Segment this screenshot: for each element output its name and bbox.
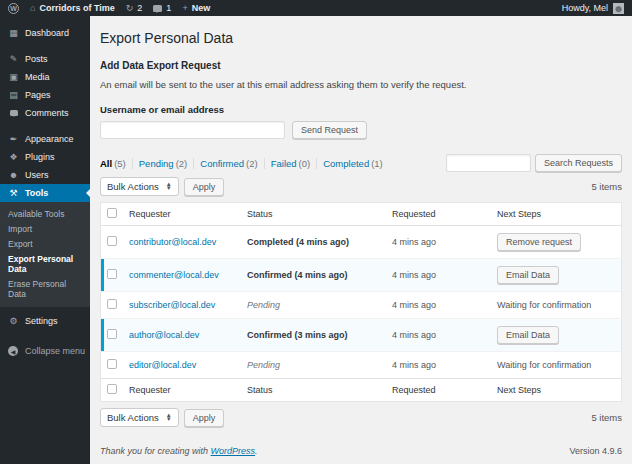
column-requested[interactable]: Requested bbox=[386, 203, 491, 226]
sidebar-item-label: Tools bbox=[25, 188, 48, 198]
howdy-text: Howdy, Mel bbox=[562, 3, 608, 13]
wordpress-logo-icon: W bbox=[8, 3, 19, 14]
table-row: subscriber@local.dev Pending 4 mins ago … bbox=[101, 292, 622, 319]
column-requester[interactable]: Requester bbox=[123, 203, 241, 226]
sidebar-item-dashboard[interactable]: ▦ Dashboard bbox=[0, 24, 90, 42]
tools-icon: ⚒ bbox=[8, 188, 19, 198]
sidebar-item-plugins[interactable]: ❖ Plugins bbox=[0, 148, 90, 166]
sidebar-item-label: Appearance bbox=[25, 134, 74, 144]
comments-menu[interactable]: 1 bbox=[153, 3, 171, 13]
sidebar-collapse-menu[interactable]: ◀ Collapse menu bbox=[0, 342, 90, 360]
requester-link[interactable]: commenter@local.dev bbox=[129, 270, 219, 280]
row-checkbox[interactable] bbox=[107, 236, 117, 246]
bulk-actions-label: Bulk Actions bbox=[107, 412, 159, 423]
admin-bar: W ⌂ Corridors of Time ↻ 2 1 + New Howdy,… bbox=[0, 0, 632, 16]
next-steps-text: Waiting for confirmation bbox=[497, 300, 591, 310]
column-requested[interactable]: Requested bbox=[386, 379, 491, 402]
sidebar-item-appearance[interactable]: ✒ Appearance bbox=[0, 130, 90, 148]
filter-completed[interactable]: Completed (1) bbox=[317, 158, 389, 169]
search-input[interactable] bbox=[446, 154, 531, 172]
select-all-checkbox[interactable] bbox=[107, 384, 117, 394]
submenu-export[interactable]: Export bbox=[0, 236, 90, 251]
new-content-menu[interactable]: + New bbox=[182, 3, 210, 13]
items-count: 5 items bbox=[591, 412, 622, 423]
account-menu[interactable]: Howdy, Mel ☻ bbox=[562, 3, 624, 14]
select-all-checkbox[interactable] bbox=[107, 208, 117, 218]
column-status: Status bbox=[241, 203, 386, 226]
row-checkbox[interactable] bbox=[107, 299, 117, 309]
email-data-button[interactable]: Email Data bbox=[497, 266, 559, 284]
updates-icon: ↻ bbox=[126, 4, 134, 13]
description-text: An email will be sent to the user at thi… bbox=[100, 79, 622, 90]
column-requester[interactable]: Requester bbox=[123, 379, 241, 402]
filter-pending[interactable]: Pending (2) bbox=[133, 158, 195, 169]
submenu-export-personal-data[interactable]: Export Personal Data bbox=[0, 251, 90, 276]
main-content: Export Personal Data Add Data Export Req… bbox=[90, 16, 632, 464]
sidebar-item-comments[interactable]: Comments bbox=[0, 104, 90, 122]
requested-text: 4 mins ago bbox=[386, 352, 491, 379]
requester-link[interactable]: contributor@local.dev bbox=[129, 237, 216, 247]
admin-sidebar: ▦ Dashboard ✎ Posts ▣ Media ▤ Pages Comm… bbox=[0, 16, 90, 464]
select-arrows-icon: ▲▼ bbox=[166, 183, 172, 190]
sidebar-item-settings[interactable]: ⚙ Settings bbox=[0, 312, 90, 330]
dashboard-icon: ▦ bbox=[8, 28, 19, 38]
table-row: author@local.dev Confirmed (3 mins ago) … bbox=[101, 319, 622, 352]
remove-request-button[interactable]: Remove request bbox=[497, 233, 581, 251]
requester-link[interactable]: subscriber@local.dev bbox=[129, 300, 215, 310]
status-text: Completed (4 mins ago) bbox=[247, 237, 349, 247]
footer-thanks: Thank you for creating with WordPress. bbox=[100, 446, 258, 456]
table-footer-row: Requester Status Requested Next Steps bbox=[101, 379, 622, 402]
table-header-row: Requester Status Requested Next Steps bbox=[101, 203, 622, 226]
comments-icon bbox=[8, 108, 19, 118]
row-checkbox[interactable] bbox=[107, 329, 117, 339]
email-data-button[interactable]: Email Data bbox=[497, 326, 559, 344]
row-checkbox[interactable] bbox=[107, 269, 117, 279]
site-name-menu[interactable]: ⌂ Corridors of Time bbox=[30, 3, 115, 13]
filter-confirmed[interactable]: Confirmed (2) bbox=[194, 158, 264, 169]
pages-icon: ▤ bbox=[8, 90, 19, 100]
submenu-import[interactable]: Import bbox=[0, 221, 90, 236]
sidebar-item-label: Posts bbox=[25, 54, 48, 64]
sidebar-item-posts[interactable]: ✎ Posts bbox=[0, 50, 90, 68]
plugins-icon: ❖ bbox=[8, 152, 19, 162]
sidebar-item-users[interactable]: ☻ Users bbox=[0, 166, 90, 184]
status-text: Confirmed (3 mins ago) bbox=[247, 330, 348, 340]
filter-failed[interactable]: Failed (0) bbox=[265, 158, 318, 169]
updates-menu[interactable]: ↻ 2 bbox=[126, 3, 143, 13]
row-checkbox[interactable] bbox=[107, 359, 117, 369]
status-text: Confirmed (4 mins ago) bbox=[247, 270, 348, 280]
apply-button[interactable]: Apply bbox=[184, 409, 225, 427]
sidebar-item-label: Comments bbox=[25, 108, 69, 118]
send-request-button[interactable]: Send Request bbox=[292, 121, 367, 139]
bulk-actions-select[interactable]: Bulk Actions ▲▼ bbox=[100, 408, 179, 427]
sidebar-item-label: Dashboard bbox=[25, 28, 69, 38]
table-row: contributor@local.dev Completed (4 mins … bbox=[101, 226, 622, 259]
sidebar-item-pages[interactable]: ▤ Pages bbox=[0, 86, 90, 104]
posts-icon: ✎ bbox=[8, 54, 19, 64]
collapse-label: Collapse menu bbox=[25, 346, 85, 356]
wordpress-link[interactable]: WordPress bbox=[211, 446, 256, 456]
table-row: commenter@local.dev Confirmed (4 mins ag… bbox=[101, 259, 622, 292]
apply-button[interactable]: Apply bbox=[184, 178, 225, 196]
requester-link[interactable]: author@local.dev bbox=[129, 330, 199, 340]
sidebar-item-tools[interactable]: ⚒ Tools bbox=[0, 184, 90, 202]
plus-icon: + bbox=[182, 4, 187, 13]
requester-link[interactable]: editor@local.dev bbox=[129, 360, 196, 370]
status-text: Pending bbox=[247, 300, 280, 310]
submenu-available-tools[interactable]: Available Tools bbox=[0, 206, 90, 221]
sidebar-item-label: Plugins bbox=[25, 152, 55, 162]
filter-all[interactable]: All (5) bbox=[100, 158, 133, 169]
username-label: Username or email address bbox=[100, 104, 622, 115]
new-label: New bbox=[192, 3, 211, 13]
table-row: editor@local.dev Pending 4 mins ago Wait… bbox=[101, 352, 622, 379]
username-input[interactable] bbox=[100, 121, 285, 139]
wp-logo-menu[interactable]: W bbox=[8, 3, 19, 14]
sidebar-item-media[interactable]: ▣ Media bbox=[0, 68, 90, 86]
requested-text: 4 mins ago bbox=[386, 292, 491, 319]
avatar: ☻ bbox=[613, 3, 624, 14]
submenu-erase-personal-data[interactable]: Erase Personal Data bbox=[0, 276, 90, 301]
search-requests-button[interactable]: Search Requests bbox=[535, 154, 622, 172]
next-steps-text: Waiting for confirmation bbox=[497, 360, 591, 370]
bulk-actions-select[interactable]: Bulk Actions ▲▼ bbox=[100, 177, 179, 196]
items-count: 5 items bbox=[591, 181, 622, 192]
